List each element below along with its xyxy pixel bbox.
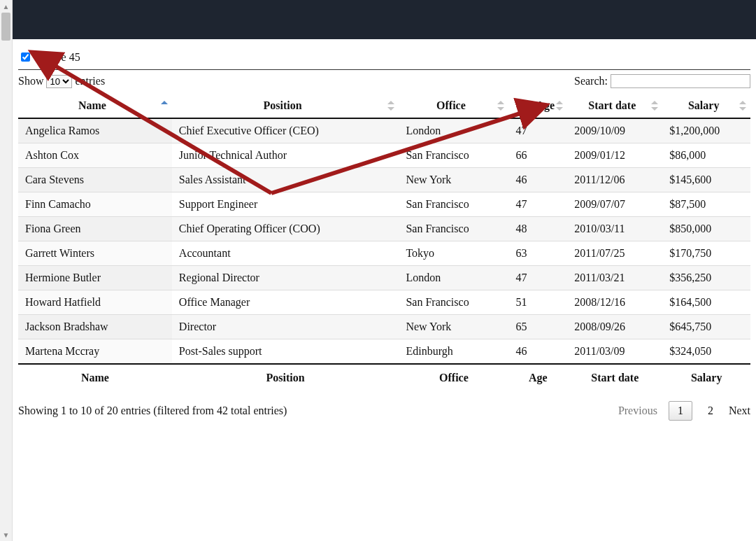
- cell-name: Angelica Ramos: [18, 118, 172, 143]
- col-header-position[interactable]: Position: [172, 94, 399, 118]
- page-next[interactable]: Next: [729, 405, 750, 417]
- sort-icon: [739, 101, 746, 111]
- cell-office: San Francisco: [399, 217, 508, 241]
- cell-name: Cara Stevens: [18, 168, 172, 192]
- table-row: Martena MccrayPost-Sales supportEdinburg…: [18, 339, 750, 365]
- sort-asc-icon: [161, 101, 168, 111]
- cell-position: Chief Executive Officer (CEO): [172, 118, 399, 143]
- cell-position: Post-Sales support: [172, 339, 399, 365]
- col-header-salary[interactable]: Salary: [662, 94, 750, 118]
- scroll-down-icon[interactable]: ▼: [0, 528, 12, 541]
- cell-name: Fiona Green: [18, 217, 172, 241]
- cell-position: Director: [172, 315, 399, 339]
- cell-salary: $170,750: [662, 241, 750, 266]
- cell-name: Garrett Winters: [18, 241, 172, 266]
- search-label: Search:: [574, 75, 608, 87]
- cell-start: 2010/03/11: [567, 217, 662, 241]
- scroll-thumb[interactable]: [1, 13, 10, 41]
- cell-start: 2011/07/25: [567, 241, 662, 266]
- cell-name: Ashton Cox: [18, 143, 172, 168]
- cell-salary: $850,000: [662, 217, 750, 241]
- cell-age: 63: [508, 241, 567, 266]
- cell-office: Tokyo: [399, 241, 508, 266]
- foot-office: Office: [399, 364, 508, 391]
- cell-position: Junior Technical Author: [172, 143, 399, 168]
- foot-salary: Salary: [662, 364, 750, 391]
- cell-position: Office Manager: [172, 290, 399, 315]
- cell-office: San Francisco: [399, 290, 508, 315]
- cell-start: 2008/12/16: [567, 290, 662, 315]
- col-label: Start date: [588, 99, 636, 111]
- above-45-label[interactable]: Above 45: [36, 51, 80, 64]
- sort-icon: [497, 101, 504, 111]
- foot-age: Age: [508, 364, 567, 391]
- sort-icon: [556, 101, 563, 111]
- cell-position: Chief Operating Officer (COO): [172, 217, 399, 241]
- table-row: Howard HatfieldOffice ManagerSan Francis…: [18, 290, 750, 315]
- col-label: Salary: [688, 99, 719, 111]
- cell-start: 2009/07/07: [567, 192, 662, 217]
- cell-office: San Francisco: [399, 192, 508, 217]
- length-prefix: Show: [18, 75, 43, 87]
- simulated-scrollbar[interactable]: ▲ ▼: [0, 0, 13, 541]
- col-label: Position: [264, 99, 302, 111]
- cell-salary: $164,500: [662, 290, 750, 315]
- cell-salary: $87,500: [662, 192, 750, 217]
- cell-start: 2009/10/09: [567, 118, 662, 143]
- table-row: Cara StevensSales AssistantNew York46201…: [18, 168, 750, 192]
- cell-salary: $645,750: [662, 315, 750, 339]
- data-table: Name Position Office Age: [18, 94, 750, 391]
- cell-salary: $86,000: [662, 143, 750, 168]
- page-previous[interactable]: Previous: [618, 405, 657, 417]
- cell-office: New York: [399, 315, 508, 339]
- cell-office: Edinburgh: [399, 339, 508, 365]
- cell-start: 2011/03/21: [567, 266, 662, 290]
- cell-start: 2008/09/26: [567, 315, 662, 339]
- cell-salary: $145,600: [662, 168, 750, 192]
- cell-age: 46: [508, 168, 567, 192]
- cell-name: Hermione Butler: [18, 266, 172, 290]
- foot-position: Position: [172, 364, 399, 391]
- foot-name: Name: [18, 364, 172, 391]
- cell-name: Finn Camacho: [18, 192, 172, 217]
- cell-salary: $356,250: [662, 266, 750, 290]
- table-row: Ashton CoxJunior Technical AuthorSan Fra…: [18, 143, 750, 168]
- sort-icon: [387, 101, 394, 111]
- table-row: Garrett WintersAccountantTokyo632011/07/…: [18, 241, 750, 266]
- table-row: Finn CamachoSupport EngineerSan Francisc…: [18, 192, 750, 217]
- col-header-office[interactable]: Office: [399, 94, 508, 118]
- cell-office: New York: [399, 168, 508, 192]
- table-info-text: Showing 1 to 10 of 20 entries (filtered …: [18, 405, 287, 417]
- length-suffix: entries: [75, 75, 105, 87]
- cell-salary: $324,050: [662, 339, 750, 365]
- scroll-track[interactable]: [0, 13, 12, 528]
- page-current[interactable]: 1: [669, 401, 692, 421]
- page-length-select[interactable]: 10: [46, 75, 72, 88]
- cell-age: 46: [508, 339, 567, 365]
- table-footer-row: Name Position Office Age Start date Sala…: [18, 364, 750, 391]
- above-45-checkbox[interactable]: [21, 52, 30, 62]
- col-header-start-date[interactable]: Start date: [567, 94, 662, 118]
- cell-salary: $1,200,000: [662, 118, 750, 143]
- table-row: Hermione ButlerRegional DirectorLondon47…: [18, 266, 750, 290]
- cell-position: Accountant: [172, 241, 399, 266]
- cell-name: Jackson Bradshaw: [18, 315, 172, 339]
- search-input[interactable]: [611, 74, 750, 88]
- cell-start: 2011/12/06: [567, 168, 662, 192]
- cell-age: 47: [508, 266, 567, 290]
- cell-name: Howard Hatfield: [18, 290, 172, 315]
- foot-start: Start date: [567, 364, 662, 391]
- table-row: Fiona GreenChief Operating Officer (COO)…: [18, 217, 750, 241]
- cell-position: Sales Assistant: [172, 168, 399, 192]
- col-header-name[interactable]: Name: [18, 94, 172, 118]
- col-header-age[interactable]: Age: [508, 94, 567, 118]
- cell-start: 2011/03/09: [567, 339, 662, 365]
- col-label: Name: [78, 99, 106, 111]
- page-2[interactable]: 2: [704, 402, 718, 420]
- cell-age: 65: [508, 315, 567, 339]
- scroll-up-icon[interactable]: ▲: [0, 0, 12, 13]
- cell-position: Regional Director: [172, 266, 399, 290]
- cell-position: Support Engineer: [172, 192, 399, 217]
- cell-name: Martena Mccray: [18, 339, 172, 365]
- table-header-row: Name Position Office Age: [18, 94, 750, 118]
